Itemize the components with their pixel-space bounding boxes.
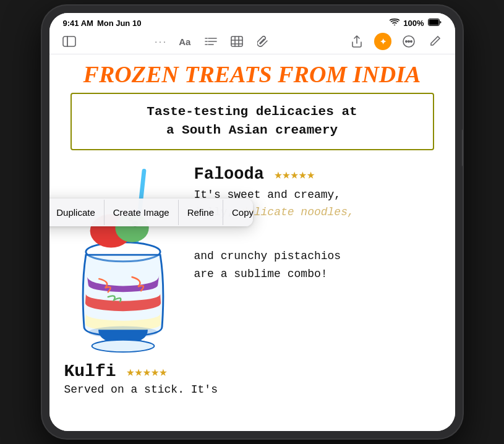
screen: 9:41 AM Mon Jun 10 100% [49, 13, 455, 431]
copy-as-text-button[interactable]: Copy as Text [223, 200, 252, 225]
device-frame: 9:41 AM Mon Jun 10 100% [42, 6, 463, 438]
refine-button[interactable]: Refine [179, 200, 223, 225]
status-right: 100% [390, 18, 441, 28]
toolbar-center: ··· Aa [155, 33, 271, 50]
svg-point-29 [92, 340, 154, 352]
list-icon[interactable] [202, 33, 220, 50]
create-image-button[interactable]: Create Image [105, 200, 179, 225]
svg-rect-10 [231, 36, 242, 46]
content-row: ♥ ♥ [64, 159, 440, 359]
falooda-illustration: ♥ ♥ [64, 159, 188, 359]
attach-icon[interactable] [254, 33, 271, 50]
status-date: Mon Jun 10 [97, 19, 142, 28]
table-icon[interactable] [228, 33, 246, 50]
text-section: Falooda ★★★★★ It's sweet and creamy, jel… [194, 159, 440, 283]
item1-stars: ★★★★★ [274, 168, 315, 183]
item1-name: Falooda ★★★★★ [194, 165, 440, 184]
item1-desc-rest: and crunchy pistachios are a sublime com… [194, 247, 440, 283]
note-content: Frozen Treats From India Taste-testing d… [49, 54, 455, 431]
bottom-section: Kulfi ★★★★★ Served on a stick. It's [64, 359, 440, 399]
share-icon[interactable] [348, 33, 365, 50]
svg-rect-1 [429, 20, 438, 25]
search-icon[interactable]: ✦ [374, 33, 391, 50]
toolbar: ··· Aa [49, 30, 455, 54]
status-bar: 9:41 AM Mon Jun 10 100% [49, 13, 455, 30]
sidebar-icon[interactable] [61, 33, 78, 50]
toolbar-left [61, 33, 78, 50]
wifi-icon [390, 18, 399, 28]
svg-point-16 [406, 41, 407, 42]
svg-point-17 [408, 41, 409, 42]
center-dots: ··· [155, 36, 168, 46]
status-time: 9:41 AM [63, 19, 93, 28]
context-menu-container: jelly, delicate noodles, Cut Copy Delete… [194, 203, 440, 283]
svg-point-18 [411, 41, 412, 42]
duplicate-button[interactable]: Duplicate [49, 200, 105, 225]
battery-icon [428, 18, 442, 28]
compose-icon[interactable] [426, 33, 443, 50]
toolbar-right: ✦ [348, 33, 443, 50]
item2-name: Kulfi ★★★★★ [64, 362, 440, 381]
context-menu: Cut Copy Delete Duplicate Create Image R… [49, 199, 253, 226]
item2-desc: Served on a stick. It's [64, 381, 440, 399]
format-icon[interactable]: Aa [176, 33, 194, 50]
note-title: Frozen Treats From India [64, 62, 440, 88]
more-icon[interactable] [400, 33, 417, 50]
item2-stars: ★★★★★ [126, 365, 167, 380]
volume-button [462, 129, 463, 166]
battery-percent: 100% [403, 19, 424, 28]
svg-rect-2 [63, 36, 75, 46]
subtitle-box: Taste-testing delicacies ata South Asian… [70, 93, 434, 150]
subtitle-text: Taste-testing delicacies ata South Asian… [84, 103, 421, 140]
